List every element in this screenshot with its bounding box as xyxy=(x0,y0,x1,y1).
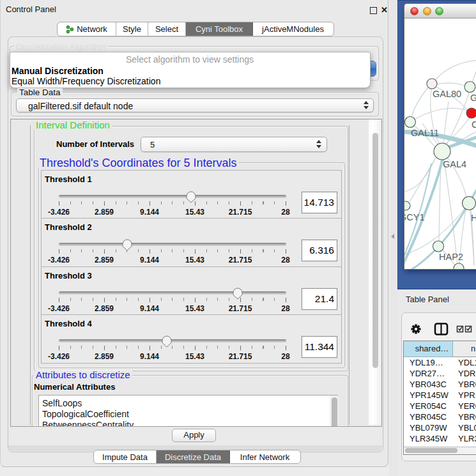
svg-text:GCY1: GCY1 xyxy=(404,212,425,222)
svg-text:GAL11: GAL11 xyxy=(411,128,439,138)
svg-text:GAL80: GAL80 xyxy=(433,89,461,99)
svg-text:C: C xyxy=(472,119,476,130)
svg-text:HAP2: HAP2 xyxy=(439,252,463,262)
svg-text:GAL4: GAL4 xyxy=(443,159,466,169)
svg-text:G: G xyxy=(470,93,476,103)
svg-text:H: H xyxy=(471,213,476,223)
